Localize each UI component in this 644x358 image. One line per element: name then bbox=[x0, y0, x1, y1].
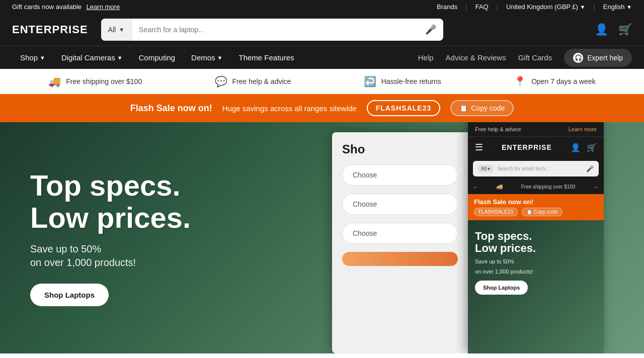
phone-hero-title: Top specs. Low prices. bbox=[475, 230, 597, 254]
location-icon: 📍 bbox=[514, 75, 526, 87]
phone-search-bar[interactable]: All ▾ Search for smart tech... 🎤 bbox=[473, 161, 599, 176]
tablet-choose-button-3[interactable]: Choose bbox=[342, 223, 458, 244]
phone-hero-section: Top specs. Low prices. Save up to 50% on… bbox=[468, 220, 604, 353]
advice-icon: 💬 bbox=[215, 75, 227, 87]
phone-search-category[interactable]: All ▾ bbox=[478, 165, 493, 172]
phone-benefits-bar: ← 🚚 Free shipping over $100 → bbox=[468, 180, 604, 194]
chevron-down-icon: ▼ bbox=[217, 55, 223, 61]
top-bar-left: Gift cards now available Learn more bbox=[12, 3, 120, 11]
nav-item-help[interactable]: Help bbox=[418, 53, 434, 62]
tablet-panel-title: Sho bbox=[342, 142, 458, 156]
benefit-advice: 💬 Free help & advice bbox=[215, 75, 291, 87]
phone-flash-sale-bar: Flash Sale now on! FLASHSALE23 📋 Copy co… bbox=[468, 194, 604, 220]
region-selector[interactable]: United Kingdom (GBP £) ▼ bbox=[506, 3, 585, 11]
phone-hero-subtitle-2: on over 1,000 products! bbox=[475, 268, 597, 275]
phone-account-icon[interactable]: 👤 bbox=[571, 143, 581, 152]
nav-item-theme-features[interactable]: Theme Features bbox=[230, 46, 302, 69]
flash-sale-title: Flash Sale now on! bbox=[130, 103, 212, 114]
navigation: Shop ▼ Digital Cameras ▼ Computing Demos… bbox=[0, 46, 644, 69]
benefits-bar: 🚚 Free shipping over $100 💬 Free help & … bbox=[0, 69, 644, 94]
flash-code-button[interactable]: FLASHSALE23 bbox=[367, 100, 441, 116]
phone-hero-subtitle-1: Save up to 50% bbox=[475, 258, 597, 264]
phone-flash-code-button[interactable]: FLASHSALE23 bbox=[474, 208, 518, 216]
benefit-returns: ↩️ Hassle-free returns bbox=[364, 75, 441, 87]
shop-laptops-button[interactable]: Shop Laptops bbox=[30, 284, 109, 306]
phone-benefits-text: Free shipping over $100 bbox=[521, 184, 576, 190]
phone-preview-panel: Free help & advice Learn more ☰ ENTERPRI… bbox=[468, 122, 604, 353]
faq-link[interactable]: FAQ bbox=[475, 3, 489, 11]
hero-content: Top specs. Low prices. Save up to 50% on… bbox=[0, 149, 221, 327]
logo[interactable]: ENTERPRISE bbox=[12, 23, 88, 36]
headset-icon: 🎧 bbox=[573, 53, 583, 63]
expert-help-button[interactable]: 🎧 Expert help bbox=[564, 49, 632, 67]
flash-sale-bar: Flash Sale now on! Huge savings across a… bbox=[0, 94, 644, 122]
chevron-down-icon: ▼ bbox=[117, 55, 123, 61]
top-bar: Gift cards now available Learn more Bran… bbox=[0, 0, 644, 14]
hero-title: Top specs. Low prices. bbox=[30, 169, 191, 234]
chevron-down-icon: ▼ bbox=[119, 27, 124, 33]
phone-learn-more-link[interactable]: Learn more bbox=[569, 126, 597, 132]
nav-item-shop[interactable]: Shop ▼ bbox=[12, 46, 53, 69]
copy-icon: 📋 bbox=[459, 104, 468, 112]
nav-item-gift-cards[interactable]: Gift Cards bbox=[518, 53, 552, 62]
phone-hamburger-icon[interactable]: ☰ bbox=[475, 142, 483, 153]
header: ENTERPRISE All ▼ 🎤 👤 🛒 bbox=[0, 14, 644, 46]
nav-left: Shop ▼ Digital Cameras ▼ Computing Demos… bbox=[12, 46, 418, 69]
returns-icon: ↩️ bbox=[364, 75, 376, 87]
benefit-open: 📍 Open 7 days a week bbox=[514, 75, 596, 87]
nav-right: Help Advice & Reviews Gift Cards 🎧 Exper… bbox=[418, 49, 632, 67]
phone-nav: ☰ ENTERPRISE 👤 🛒 bbox=[468, 137, 604, 158]
hero-subtitle-1: Save up to 50% bbox=[30, 243, 191, 255]
phone-benefits-shipping-icon: 🚚 bbox=[496, 184, 503, 190]
phone-logo[interactable]: ENTERPRISE bbox=[502, 143, 551, 151]
phone-top-bar: Free help & advice Learn more bbox=[468, 122, 604, 137]
phone-flash-codes: FLASHSALE23 📋 Copy code bbox=[474, 208, 598, 216]
tablet-preview-panel: Sho Choose Choose Choose bbox=[332, 132, 468, 353]
nav-item-digital-cameras[interactable]: Digital Cameras ▼ bbox=[53, 46, 131, 69]
phone-microphone-icon[interactable]: 🎤 bbox=[586, 165, 594, 172]
search-input[interactable] bbox=[132, 19, 418, 41]
tablet-choose-button-1[interactable]: Choose bbox=[342, 164, 458, 186]
phone-free-help-text: Free help & advice bbox=[475, 126, 521, 132]
phone-cart-icon[interactable]: 🛒 bbox=[587, 143, 597, 152]
phone-nav-icons: 👤 🛒 bbox=[571, 143, 597, 152]
nav-item-computing[interactable]: Computing bbox=[131, 46, 184, 69]
hero-subtitle-2: on over 1,000 products! bbox=[30, 257, 191, 268]
language-selector[interactable]: English ▼ bbox=[603, 3, 632, 11]
cart-icon[interactable]: 🛒 bbox=[618, 23, 632, 36]
chevron-down-icon: ▼ bbox=[40, 55, 45, 61]
account-icon[interactable]: 👤 bbox=[595, 23, 608, 36]
tablet-cta-button[interactable] bbox=[342, 252, 458, 266]
chevron-down-icon: ▾ bbox=[488, 166, 490, 171]
phone-benefits-next-icon[interactable]: → bbox=[593, 184, 599, 190]
phone-shop-laptops-button[interactable]: Shop Laptops bbox=[475, 281, 528, 295]
flash-sale-description: Huge savings across all ranges sitewide bbox=[222, 104, 357, 113]
phone-flash-title: Flash Sale now on! bbox=[474, 198, 598, 206]
nav-item-advice-reviews[interactable]: Advice & Reviews bbox=[446, 53, 506, 62]
tablet-choose-button-2[interactable]: Choose bbox=[342, 194, 458, 215]
phone-benefits-prev-icon[interactable]: ← bbox=[473, 184, 478, 190]
microphone-icon[interactable]: 🎤 bbox=[418, 19, 443, 41]
benefit-shipping: 🚚 Free shipping over $100 bbox=[48, 75, 142, 87]
nav-item-demos[interactable]: Demos ▼ bbox=[183, 46, 230, 69]
phone-copy-code-button[interactable]: 📋 Copy code bbox=[522, 208, 562, 216]
learn-more-link[interactable]: Learn more bbox=[87, 3, 120, 11]
mobile-preview: Sho Choose Choose Choose Free help & adv… bbox=[332, 122, 644, 353]
search-bar: All ▼ 🎤 bbox=[101, 19, 443, 41]
phone-search-placeholder: Search for smart tech... bbox=[497, 166, 582, 171]
copy-code-button[interactable]: 📋 Copy code bbox=[450, 100, 514, 116]
top-bar-right: Brands | FAQ | United Kingdom (GBP £) ▼ … bbox=[437, 3, 632, 11]
header-icons: 👤 🛒 bbox=[595, 23, 632, 36]
gift-cards-announcement: Gift cards now available bbox=[12, 3, 82, 11]
shipping-icon: 🚚 bbox=[48, 75, 61, 87]
brands-link[interactable]: Brands bbox=[437, 3, 457, 11]
hero-section: Top specs. Low prices. Save up to 50% on… bbox=[0, 122, 644, 353]
search-category-dropdown[interactable]: All ▼ bbox=[101, 19, 132, 41]
